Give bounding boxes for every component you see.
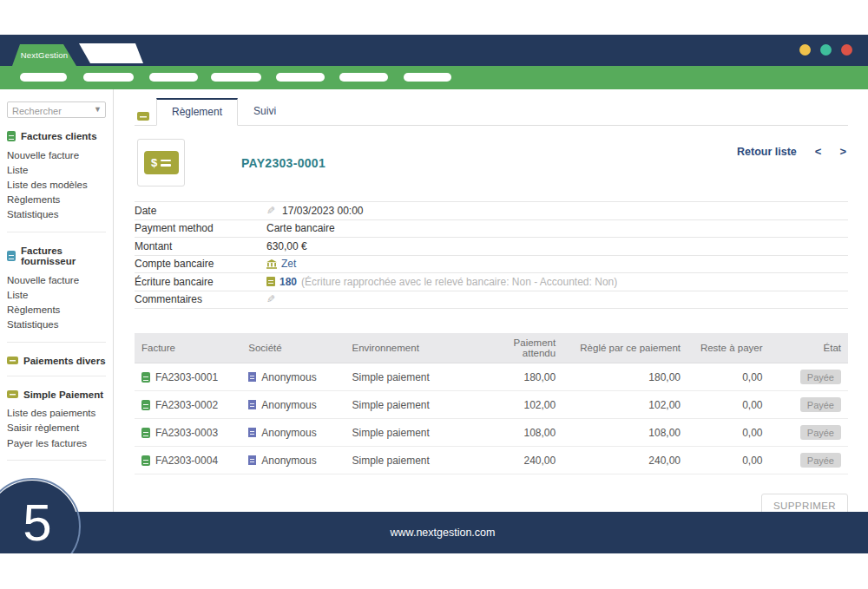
company-link[interactable]: Anonymous: [261, 371, 316, 383]
nav-pill[interactable]: [83, 73, 134, 82]
col-regle-par-paiement: Règlé par ce paiement: [562, 333, 687, 363]
invoice-link[interactable]: FA2303-0004: [155, 455, 218, 467]
status-badge: Payée: [800, 370, 841, 384]
main-nav: [0, 66, 868, 89]
money-icon: [7, 390, 18, 398]
col-paiement-attendu: Paiement attendu: [484, 333, 562, 363]
nav-pill[interactable]: [20, 73, 67, 82]
sidebar-item[interactable]: Nouvelle facture: [7, 272, 106, 287]
amount-cell: 0,00: [687, 363, 770, 391]
divider: [7, 460, 106, 461]
sidebar-section-paiements-divers[interactable]: Paiements divers: [7, 356, 106, 366]
company-link[interactable]: Anonymous: [261, 427, 316, 439]
detail-row-montant: Montant 630,00 €: [135, 238, 848, 256]
detail-row-compte-bancaire: Compte bancaire Zet: [135, 256, 848, 274]
amount-cell: 102,00: [484, 391, 562, 419]
nav-pill[interactable]: [211, 73, 261, 82]
bank-entry-link[interactable]: 180: [279, 276, 297, 288]
detail-row-date: Date ✎ 17/03/2023 00:00: [135, 202, 848, 220]
invoice-green-icon: [141, 400, 150, 410]
payment-mini-icon: [137, 112, 149, 121]
amount-cell: 240,00: [484, 447, 562, 474]
table-row: FA2303-0001 Anonymous Simple paiement 18…: [135, 363, 848, 391]
company-link[interactable]: Anonymous: [261, 399, 316, 411]
tab-reglement[interactable]: Règlement: [156, 98, 238, 126]
invoice-link[interactable]: FA2303-0002: [155, 399, 218, 411]
main-content: Règlement Suivi $ PAY2303-0001 Retour li…: [135, 89, 848, 518]
status-badge: Payée: [800, 425, 841, 440]
tab-bar: Règlement Suivi: [135, 89, 848, 126]
environment-cell: Simple paiement: [345, 447, 483, 474]
nav-pill[interactable]: [404, 73, 451, 82]
status-badge: Payée: [800, 397, 841, 412]
sidebar-item[interactable]: Saisir règlement: [7, 421, 106, 435]
amount-cell: 180,00: [562, 363, 687, 391]
record-nav: Retour liste < >: [737, 145, 846, 158]
sidebar-item[interactable]: Liste des modèles: [7, 177, 106, 192]
invoice-blue-icon: [7, 251, 16, 261]
amount-cell: 0,00: [687, 391, 770, 419]
sidebar-item[interactable]: Règlements: [7, 302, 106, 317]
app-screenshot: NextGestion ▼ Factures clients Nouvelle …: [0, 0, 868, 589]
amount-cell: 0,00: [687, 419, 770, 447]
footer-bar: www.nextgestion.com: [0, 512, 868, 553]
invoice-green-icon: [141, 372, 150, 383]
nav-pill[interactable]: [149, 73, 198, 82]
divider: [7, 342, 106, 343]
divider: [7, 376, 106, 376]
detail-label: Montant: [135, 240, 266, 252]
pencil-icon[interactable]: ✎: [266, 293, 275, 305]
bank-entry-note: (Écriture rapprochée avec le relevé banc…: [301, 276, 617, 288]
red-dot-icon: [841, 44, 852, 56]
nav-pill[interactable]: [276, 73, 325, 82]
bank-account-link[interactable]: Zet: [281, 258, 296, 270]
environment-cell: Simple paiement: [345, 391, 483, 419]
sidebar-section-simple-paiement[interactable]: Simple Paiement: [7, 389, 106, 400]
amount-cell: 240,00: [562, 447, 687, 474]
sidebar-item[interactable]: Statistiques: [7, 317, 106, 332]
back-to-list-link[interactable]: Retour liste: [737, 146, 797, 158]
chevron-down-icon[interactable]: ▼: [94, 105, 102, 114]
building-icon: [248, 400, 256, 409]
page-title: PAY2303-0001: [241, 156, 326, 170]
sidebar-section-factures-fournisseur[interactable]: Factures fournisseur: [7, 245, 106, 266]
sidebar-item[interactable]: Liste: [7, 162, 106, 177]
search-box[interactable]: ▼: [7, 101, 106, 118]
pencil-icon[interactable]: ✎: [266, 205, 275, 217]
sidebar-item[interactable]: Liste: [7, 287, 106, 302]
detail-value: Carte bancaire: [266, 222, 335, 234]
amount-cell: 0,00: [687, 447, 770, 474]
amount-cell: 102,00: [562, 391, 687, 419]
sidebar-item[interactable]: Nouvelle facture: [7, 147, 106, 162]
detail-label: Date: [135, 205, 266, 217]
ledger-icon: [266, 277, 275, 286]
sidebar-item[interactable]: Liste des paiements: [7, 406, 106, 421]
detail-label: Compte bancaire: [135, 258, 266, 270]
col-facture: Facture: [135, 333, 241, 363]
invoice-link[interactable]: FA2303-0003: [155, 427, 218, 439]
detail-fields: Date ✎ 17/03/2023 00:00 Payment method C…: [135, 201, 848, 309]
company-link[interactable]: Anonymous: [261, 455, 316, 467]
detail-row-commentaires: Commentaires ✎: [135, 291, 848, 310]
sidebar-item[interactable]: Règlements: [7, 193, 106, 207]
next-record-icon[interactable]: >: [839, 145, 846, 158]
environment-cell: Simple paiement: [345, 419, 483, 447]
invoice-green-icon: [141, 455, 150, 466]
sidebar-item[interactable]: Payer les factures: [7, 435, 106, 450]
sidebar: ▼ Factures clients Nouvelle facture List…: [0, 89, 114, 512]
col-societe: Société: [241, 333, 345, 363]
bank-icon: [266, 259, 277, 269]
invoice-link[interactable]: FA2303-0001: [155, 371, 218, 383]
prev-record-icon[interactable]: <: [815, 145, 822, 158]
tab-suivi[interactable]: Suivi: [238, 98, 292, 126]
nav-pill[interactable]: [339, 73, 388, 82]
sidebar-item[interactable]: Statistiques: [7, 207, 106, 222]
brand-tab[interactable]: NextGestion: [12, 44, 76, 66]
col-environnement: Environnement: [345, 333, 483, 363]
detail-row-ecriture-bancaire: Écriture bancaire 180 (Écriture rapproch…: [135, 273, 848, 291]
footer-url: www.nextgestion.com: [0, 512, 868, 553]
record-header: $ PAY2303-0001 Retour liste < >: [135, 139, 848, 187]
building-icon: [248, 428, 256, 437]
sidebar-section-factures-clients[interactable]: Factures clients: [7, 131, 106, 141]
search-input[interactable]: [8, 104, 105, 119]
